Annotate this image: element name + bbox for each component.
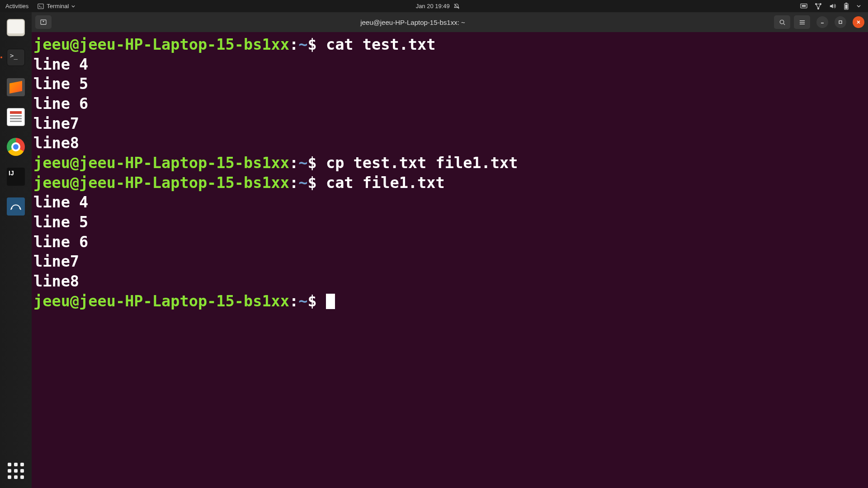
terminal-output-line: line 5 xyxy=(33,74,866,94)
maximize-icon xyxy=(838,20,843,24)
terminal-line: jeeu@jeeu-HP-Laptop-15-bs1xx:~$ cat file… xyxy=(33,173,866,193)
terminal-output-line: line 4 xyxy=(33,192,866,212)
terminal-output-line: line 6 xyxy=(33,94,866,114)
datetime-label: Jan 20 19:49 xyxy=(416,3,450,9)
terminal-icon xyxy=(38,3,44,9)
maximize-button[interactable] xyxy=(835,16,846,28)
menu-button[interactable] xyxy=(794,15,810,29)
terminal-output-line: line 6 xyxy=(33,232,866,252)
dock-item-intellij[interactable]: IJ xyxy=(5,166,27,188)
gnome-top-panel: Activities Terminal Jan 20 19:49 xyxy=(0,0,868,12)
svg-rect-0 xyxy=(38,4,43,9)
close-icon xyxy=(856,20,861,24)
cursor xyxy=(326,294,335,309)
dock-item-files[interactable] xyxy=(5,17,27,38)
prompt-user-host: jeeu@jeeu-HP-Laptop-15-bs1xx xyxy=(33,174,289,192)
chevron-down-icon[interactable] xyxy=(857,4,861,8)
terminal-window: jeeu@jeeu-HP-Laptop-15-bs1xx: ~ jeeu@jee… xyxy=(32,12,868,488)
prompt-sigil: $ xyxy=(307,154,326,172)
terminal-command: cat file1.txt xyxy=(326,174,445,192)
terminal-output-line: line 5 xyxy=(33,212,866,232)
svg-rect-11 xyxy=(839,21,842,23)
terminal-output-line: line8 xyxy=(33,133,866,153)
dock-item-chrome[interactable] xyxy=(5,136,27,158)
dock-item-sublime[interactable] xyxy=(5,76,27,98)
terminal-command: cat test.txt xyxy=(326,36,436,53)
new-tab-button[interactable] xyxy=(35,15,52,29)
svg-rect-8 xyxy=(845,5,848,9)
svg-rect-7 xyxy=(845,3,847,4)
dock-item-workbench[interactable] xyxy=(5,196,27,217)
app-menu-label: Terminal xyxy=(47,3,69,9)
terminal-line: jeeu@jeeu-HP-Laptop-15-bs1xx:~$ cat test… xyxy=(33,35,866,55)
minimize-icon xyxy=(820,20,825,24)
prompt-path: ~ xyxy=(298,36,307,53)
terminal-line: jeeu@jeeu-HP-Laptop-15-bs1xx:~$ cp test.… xyxy=(33,153,866,173)
svg-rect-2 xyxy=(802,5,806,7)
prompt-separator: : xyxy=(289,174,298,192)
prompt-sigil: $ xyxy=(307,292,326,310)
prompt-separator: : xyxy=(289,154,298,172)
show-applications-button[interactable] xyxy=(5,460,27,482)
prompt-user-host: jeeu@jeeu-HP-Laptop-15-bs1xx xyxy=(33,36,289,53)
activities-button[interactable]: Activities xyxy=(5,3,28,9)
notifications-muted-icon xyxy=(453,3,460,9)
dock-item-evince[interactable] xyxy=(5,106,27,128)
prompt-separator: : xyxy=(289,36,298,53)
terminal-output-line: line7 xyxy=(33,114,866,134)
app-menu[interactable]: Terminal xyxy=(38,3,75,9)
prompt-separator: : xyxy=(289,292,298,310)
new-tab-icon xyxy=(40,19,47,26)
chevron-down-icon xyxy=(71,5,75,8)
volume-icon[interactable] xyxy=(829,3,836,9)
hamburger-icon xyxy=(799,19,806,26)
search-icon xyxy=(779,19,786,26)
battery-icon[interactable] xyxy=(843,3,849,10)
terminal-output-line: line7 xyxy=(33,252,866,272)
prompt-path: ~ xyxy=(298,174,307,192)
close-button[interactable] xyxy=(853,16,864,28)
terminal-output-line: line8 xyxy=(33,272,866,291)
prompt-user-host: jeeu@jeeu-HP-Laptop-15-bs1xx xyxy=(33,154,289,172)
dock: >_ IJ xyxy=(0,12,32,488)
prompt-sigil: $ xyxy=(307,36,326,53)
terminal-output-area[interactable]: jeeu@jeeu-HP-Laptop-15-bs1xx:~$ cat test… xyxy=(32,32,868,488)
prompt-path: ~ xyxy=(298,154,307,172)
network-icon[interactable] xyxy=(815,3,822,10)
prompt-sigil: $ xyxy=(307,174,326,192)
minimize-button[interactable] xyxy=(816,16,828,28)
window-title: jeeu@jeeu-HP-Laptop-15-bs1xx: ~ xyxy=(55,19,770,26)
terminal-output-line: line 4 xyxy=(33,55,866,75)
svg-point-10 xyxy=(780,20,783,23)
screen-icon[interactable] xyxy=(800,3,807,9)
prompt-user-host: jeeu@jeeu-HP-Laptop-15-bs1xx xyxy=(33,292,289,310)
titlebar: jeeu@jeeu-HP-Laptop-15-bs1xx: ~ xyxy=(32,12,868,32)
search-button[interactable] xyxy=(774,15,790,29)
clock[interactable]: Jan 20 19:49 xyxy=(416,3,460,9)
prompt-path: ~ xyxy=(298,292,307,310)
terminal-command: cp test.txt file1.txt xyxy=(326,154,518,172)
terminal-line: jeeu@jeeu-HP-Laptop-15-bs1xx:~$ xyxy=(33,291,866,311)
dock-item-terminal[interactable]: >_ xyxy=(5,47,27,68)
